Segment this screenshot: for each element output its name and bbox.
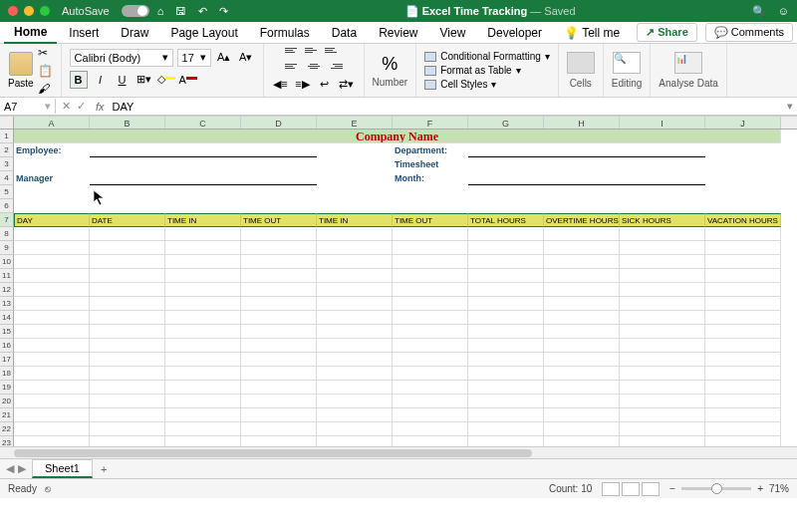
cell[interactable] [90, 255, 165, 269]
row-header-2[interactable]: 2 [0, 143, 14, 157]
cell[interactable] [393, 367, 468, 381]
cell[interactable]: Department: [393, 143, 468, 157]
cell[interactable] [90, 408, 165, 422]
name-box[interactable]: A7▾ [0, 99, 56, 114]
cell[interactable] [468, 143, 705, 157]
cell[interactable] [705, 269, 781, 283]
cell[interactable] [544, 227, 620, 241]
cell[interactable] [90, 227, 165, 241]
cell[interactable] [14, 395, 90, 408]
cell[interactable] [317, 395, 393, 408]
cell[interactable] [14, 311, 90, 325]
cell[interactable] [705, 255, 781, 269]
cell[interactable] [620, 283, 705, 297]
cell[interactable] [393, 283, 468, 297]
cell[interactable] [468, 227, 544, 241]
enter-formula-icon[interactable]: ✓ [77, 100, 86, 113]
border-button[interactable]: ⊞▾ [135, 71, 153, 89]
cell[interactable] [14, 241, 90, 255]
cell[interactable] [544, 297, 620, 311]
cell[interactable] [317, 381, 393, 395]
cell[interactable] [393, 395, 468, 408]
comments-button[interactable]: 💬 Comments [705, 23, 793, 42]
tab-formulas[interactable]: Formulas [250, 23, 320, 43]
expand-formula-icon[interactable]: ▾ [783, 100, 797, 113]
cell[interactable] [165, 199, 241, 213]
cell[interactable] [317, 367, 393, 381]
tab-home[interactable]: Home [4, 22, 57, 44]
col-header-i[interactable]: I [620, 117, 705, 129]
view-page-break-icon[interactable] [642, 482, 660, 496]
cell[interactable] [393, 325, 468, 339]
row-header-13[interactable]: 13 [0, 297, 14, 311]
cell[interactable] [705, 408, 781, 422]
zoom-in-icon[interactable]: + [757, 483, 763, 494]
cells-icon[interactable] [567, 52, 595, 74]
cell[interactable] [90, 311, 165, 325]
row-header-14[interactable]: 14 [0, 311, 14, 325]
cell[interactable] [705, 367, 781, 381]
cell[interactable] [90, 353, 165, 367]
cell[interactable] [544, 241, 620, 255]
cell[interactable] [165, 297, 241, 311]
cell[interactable] [14, 157, 90, 171]
cell[interactable] [317, 227, 393, 241]
tab-page-layout[interactable]: Page Layout [160, 23, 247, 43]
align-middle-icon[interactable] [305, 44, 323, 58]
cell[interactable] [705, 395, 781, 408]
cell[interactable] [468, 422, 544, 436]
row-header-16[interactable]: 16 [0, 339, 14, 353]
row-header-1[interactable]: 1 [0, 130, 14, 143]
cell[interactable]: Manager [14, 171, 90, 185]
cell[interactable] [165, 311, 241, 325]
zoom-slider[interactable] [681, 487, 751, 490]
cell[interactable] [544, 311, 620, 325]
cell[interactable] [165, 408, 241, 422]
row-header-5[interactable]: 5 [0, 185, 14, 199]
copy-icon[interactable]: 📋 [38, 64, 53, 78]
autosave-toggle[interactable] [122, 5, 149, 17]
cell[interactable] [544, 395, 620, 408]
conditional-formatting-button[interactable]: Conditional Formatting ▾ [424, 51, 550, 62]
cell[interactable] [468, 408, 544, 422]
sheet-tab-sheet1[interactable]: Sheet1 [32, 459, 93, 478]
cell[interactable] [620, 395, 705, 408]
cell[interactable] [90, 185, 165, 199]
row-header-18[interactable]: 18 [0, 367, 14, 381]
cell[interactable] [468, 311, 544, 325]
cell[interactable] [317, 157, 393, 171]
cell[interactable] [705, 422, 781, 436]
cell[interactable] [90, 325, 165, 339]
cell[interactable] [620, 311, 705, 325]
cell[interactable] [14, 339, 90, 353]
cell[interactable] [620, 227, 705, 241]
next-sheet-icon[interactable]: ▶ [18, 462, 26, 475]
header-sick-hours[interactable]: SICK HOURS [620, 213, 705, 227]
cell-styles-button[interactable]: Cell Styles ▾ [424, 79, 496, 90]
row-header-22[interactable]: 22 [0, 422, 14, 436]
cell[interactable] [90, 241, 165, 255]
cell[interactable] [620, 325, 705, 339]
cell[interactable] [544, 381, 620, 395]
cell[interactable] [14, 325, 90, 339]
view-normal-icon[interactable] [602, 482, 620, 496]
italic-button[interactable]: I [92, 71, 110, 89]
cell[interactable] [165, 227, 241, 241]
cell[interactable] [90, 199, 165, 213]
fx-icon[interactable]: fx [96, 101, 105, 113]
cell[interactable] [468, 325, 544, 339]
home-icon[interactable]: ⌂ [157, 5, 164, 18]
cell[interactable] [544, 269, 620, 283]
cell[interactable] [544, 339, 620, 353]
cell[interactable] [90, 367, 165, 381]
cell[interactable] [705, 283, 781, 297]
col-header-g[interactable]: G [468, 117, 544, 129]
cell[interactable] [620, 436, 705, 446]
header-day[interactable]: DAY [14, 213, 90, 227]
cell[interactable] [317, 436, 393, 446]
align-left-icon[interactable] [285, 60, 303, 74]
cell[interactable] [317, 297, 393, 311]
cell[interactable] [468, 171, 705, 185]
cell[interactable] [317, 255, 393, 269]
col-header-b[interactable]: B [90, 117, 165, 129]
